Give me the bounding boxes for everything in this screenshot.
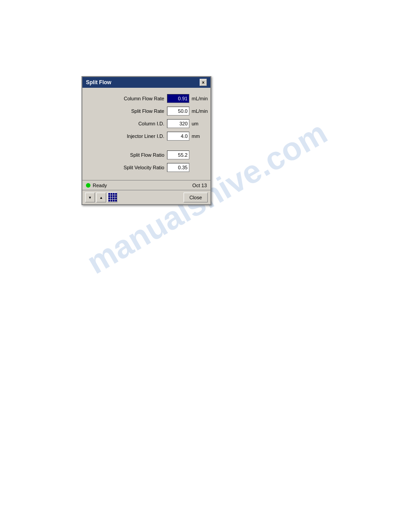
- status-date: Oct 13: [193, 183, 207, 188]
- injector-liner-id-input[interactable]: [167, 132, 189, 141]
- column-flow-rate-input[interactable]: [167, 94, 189, 103]
- split-flow-ratio-label: Split Flow Ratio: [130, 152, 164, 158]
- status-left: Ready: [86, 183, 107, 188]
- grid-button[interactable]: [107, 193, 117, 202]
- status-text: Ready: [93, 183, 107, 188]
- arrow-down-icon: [88, 195, 92, 200]
- split-velocity-ratio-row: Split Velocity Ratio: [88, 163, 205, 172]
- column-id-label: Column I.D.: [138, 121, 164, 126]
- split-flow-dialog: Split Flow × Column Flow Rate mL/min Spl…: [81, 76, 211, 205]
- status-bar: Ready Oct 13: [82, 180, 210, 190]
- split-velocity-ratio-value: [167, 163, 189, 172]
- title-bar: Split Flow ×: [82, 77, 210, 88]
- column-flow-rate-label: Column Flow Rate: [124, 96, 164, 101]
- split-velocity-ratio-label: Split Velocity Ratio: [124, 165, 164, 170]
- injector-liner-id-unit: mm: [192, 133, 205, 139]
- scroll-down-button[interactable]: [85, 193, 95, 202]
- scroll-up-button[interactable]: [96, 193, 106, 202]
- close-icon-button[interactable]: ×: [200, 79, 207, 86]
- injector-liner-id-row: Injector Liner I.D. mm: [88, 132, 205, 141]
- split-flow-rate-row: Split Flow Rate mL/min: [88, 107, 205, 116]
- column-id-unit: um: [192, 121, 205, 126]
- split-flow-ratio-row: Split Flow Ratio: [88, 150, 205, 159]
- column-id-row: Column I.D. um: [88, 119, 205, 128]
- column-flow-rate-row: Column Flow Rate mL/min: [88, 94, 205, 103]
- split-flow-rate-unit: mL/min: [192, 108, 205, 114]
- arrow-up-icon: [99, 195, 103, 200]
- spacer: [88, 144, 205, 150]
- grid-icon: [108, 193, 117, 202]
- split-flow-rate-input[interactable]: [167, 107, 189, 116]
- toolbar: Close: [82, 190, 210, 204]
- injector-liner-id-label: Injector Liner I.D.: [127, 133, 164, 139]
- split-flow-ratio-value: [167, 150, 189, 159]
- column-id-input[interactable]: [167, 119, 189, 128]
- column-flow-rate-unit: mL/min: [192, 96, 205, 101]
- dialog-title: Split Flow: [86, 79, 111, 86]
- status-indicator: [86, 183, 90, 188]
- split-flow-rate-label: Split Flow Rate: [131, 108, 164, 114]
- close-button[interactable]: Close: [184, 193, 208, 202]
- dialog-content: Column Flow Rate mL/min Split Flow Rate …: [82, 88, 210, 180]
